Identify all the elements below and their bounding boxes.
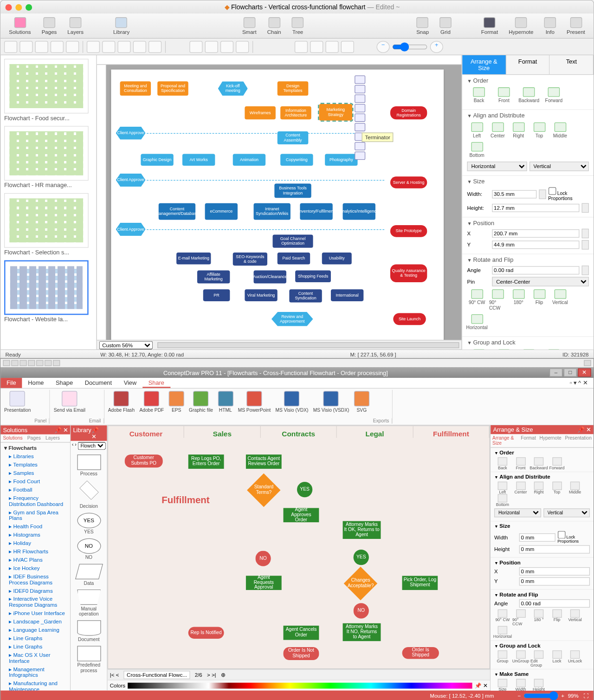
page[interactable]: Meeting and Consultation Proposal and Sp… (111, 70, 444, 340)
zoom-out-icon[interactable]: − (377, 41, 390, 53)
add-page-icon[interactable]: ⊕ (221, 672, 226, 678)
tb-layers[interactable]: Layers (63, 16, 88, 36)
tree-item[interactable]: ▸ Interactive Voice Response Diagrams (2, 595, 69, 609)
tb-hypernote[interactable]: Hypernote (504, 16, 538, 36)
shape[interactable]: Client Approve (116, 127, 146, 140)
menu-document[interactable]: Document (79, 378, 118, 388)
btn-forward[interactable]: Forward (542, 86, 565, 105)
shape[interactable]: Rep Is Notified (188, 627, 224, 639)
tab-nav-first[interactable]: |< < (110, 672, 119, 678)
shape-selected[interactable]: Marketing Strategy (319, 104, 352, 121)
p2-middle[interactable]: Middle (567, 482, 583, 494)
lib-yes[interactable]: YES (77, 513, 101, 528)
btn-bottom[interactable]: Bottom (467, 141, 486, 159)
tree-item[interactable]: ▸ IDEF0 Diagrams (2, 586, 69, 595)
tree-libraries[interactable]: ▸ Libraries (2, 452, 69, 460)
tb-tree[interactable]: Tree (287, 16, 309, 36)
lib-process[interactable] (77, 454, 101, 470)
line-icon[interactable] (66, 41, 79, 53)
shape[interactable]: Order Is Not Shipped (284, 647, 319, 660)
sec-size[interactable]: Size (467, 178, 588, 185)
btn-group[interactable]: Group (467, 348, 491, 350)
btn-flip[interactable]: Flip (529, 288, 549, 312)
tb-snap[interactable]: Snap (412, 16, 433, 36)
qa-print-icon[interactable] (36, 360, 43, 366)
pal-icon[interactable] (355, 142, 365, 150)
shape[interactable]: Proposal and Specification (157, 81, 188, 96)
shape[interactable]: Agent Cancels Order (284, 626, 319, 640)
btn-front[interactable]: Front (492, 86, 516, 105)
tree-item[interactable]: ▸ Holiday (2, 539, 69, 547)
minimize-icon[interactable] (15, 4, 22, 10)
p2-right[interactable]: Right (530, 482, 547, 494)
edit2-icon[interactable] (205, 41, 218, 53)
lib-manual[interactable] (77, 590, 101, 605)
shape[interactable]: Attorney Marks It NO, Returns to Agent (343, 623, 381, 641)
p2-top[interactable]: Top (549, 482, 565, 494)
shape[interactable]: Domain Registrations (390, 106, 427, 119)
shape[interactable]: Rep Logs PO, Enters Order (188, 454, 224, 469)
shape[interactable]: Kick-off meeting (218, 81, 248, 96)
shape[interactable]: NO (354, 603, 369, 618)
soltab-solutions[interactable]: Solutions (0, 434, 25, 442)
tree-item[interactable]: ▸ IDEF Business Process Diagrams (2, 572, 69, 587)
zoom-in-icon[interactable]: + (430, 41, 443, 53)
rb-presentation[interactable]: Presentation (3, 390, 32, 424)
tb-grid[interactable]: Grid (435, 16, 456, 36)
solutions-tree[interactable]: ▾ Flowcharts ▸ Libraries ▸ Templates ▸ S… (0, 443, 70, 691)
p2-group[interactable]: Group (494, 651, 511, 663)
shape[interactable]: Meeting and Consultation (120, 81, 151, 96)
thumb-1[interactable] (4, 59, 89, 114)
arc-icon[interactable] (102, 41, 115, 53)
tree-item[interactable]: ▸ Line Graphs (2, 642, 69, 651)
lib-document[interactable] (77, 620, 101, 635)
shape[interactable]: International (331, 289, 363, 301)
sec-order[interactable]: Order (467, 77, 588, 84)
btn-lock[interactable]: Lock (517, 348, 541, 350)
p2tab-presentation[interactable]: Presentation (563, 434, 594, 447)
btn-right[interactable]: Right (509, 121, 528, 140)
qa-undo-icon[interactable] (45, 360, 52, 366)
p2-ungroup[interactable]: UnGroup (512, 651, 529, 663)
thumb-4[interactable] (4, 260, 89, 315)
stepper[interactable] (581, 240, 588, 249)
shape[interactable]: Content Assembly (278, 131, 309, 144)
zoom-in-icon[interactable]: + (561, 693, 564, 699)
pencil-icon[interactable] (117, 41, 130, 53)
doc-tab[interactable]: Cross-Functional Flowc... (124, 670, 190, 679)
tb-solutions[interactable]: Solutions (4, 16, 36, 36)
menu-file[interactable]: File (0, 378, 22, 388)
rb-pdf[interactable]: Adobe PDF (138, 390, 165, 424)
tree-item[interactable]: ▸ Line Graphs (2, 634, 69, 642)
p2-angle[interactable] (519, 600, 590, 608)
shape[interactable]: YES (354, 550, 369, 565)
pin-icon[interactable]: 📌 ✕ (54, 427, 68, 433)
stepper[interactable] (581, 203, 588, 213)
close-icon[interactable] (6, 4, 12, 10)
shape[interactable]: Client Approve (116, 174, 146, 187)
soltab-pages[interactable]: Pages (25, 434, 43, 442)
zoom-out-icon[interactable]: − (517, 693, 521, 699)
tb-format[interactable]: Format (476, 16, 503, 36)
stepper[interactable] (538, 189, 545, 199)
p2-x[interactable] (519, 567, 590, 576)
ellipse-icon[interactable] (51, 41, 64, 53)
thumb-3[interactable] (4, 193, 89, 248)
lib-select[interactable]: Flowch... (77, 442, 106, 450)
maximize-icon[interactable] (26, 4, 32, 10)
tree-item[interactable]: ▸ Gym and Spa Area Plans (2, 508, 69, 522)
shape[interactable]: Photography (325, 154, 357, 166)
shape[interactable]: Content Syndication (289, 289, 322, 302)
tb-present[interactable]: Present (562, 16, 590, 36)
height-input[interactable] (492, 204, 579, 212)
tree-item[interactable]: ▸ Histograms (2, 531, 69, 539)
menu-home[interactable]: Home (22, 378, 50, 388)
dist-v[interactable]: Vertical (529, 162, 589, 171)
shape[interactable]: Graphic Design (141, 154, 173, 166)
shape[interactable]: Customer Submits PO (125, 454, 163, 467)
pal-icon[interactable] (355, 123, 365, 131)
rb-vdx[interactable]: MS Visio (VDX) (274, 390, 310, 424)
pin-icon[interactable]: 📌 ✕ (91, 427, 105, 440)
shape[interactable]: Art Works (182, 154, 215, 166)
brush-icon[interactable] (341, 41, 354, 53)
